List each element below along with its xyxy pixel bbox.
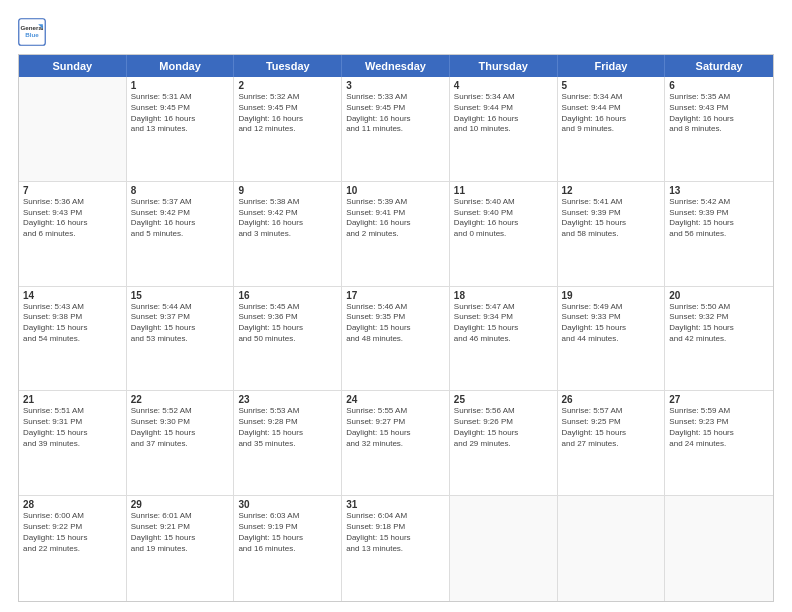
day-info: Sunrise: 5:43 AM Sunset: 9:38 PM Dayligh… [23,302,122,345]
day-number: 25 [454,394,553,405]
calendar-grid: SundayMondayTuesdayWednesdayThursdayFrid… [18,54,774,602]
svg-text:Blue: Blue [25,31,39,38]
calendar-cell: 24Sunrise: 5:55 AM Sunset: 9:27 PM Dayli… [342,391,450,495]
calendar-cell: 14Sunrise: 5:43 AM Sunset: 9:38 PM Dayli… [19,287,127,391]
day-info: Sunrise: 5:45 AM Sunset: 9:36 PM Dayligh… [238,302,337,345]
day-number: 28 [23,499,122,510]
day-number: 24 [346,394,445,405]
day-number: 20 [669,290,769,301]
calendar-cell: 7Sunrise: 5:36 AM Sunset: 9:43 PM Daylig… [19,182,127,286]
calendar-cell: 16Sunrise: 5:45 AM Sunset: 9:36 PM Dayli… [234,287,342,391]
day-number: 6 [669,80,769,91]
day-number: 21 [23,394,122,405]
calendar-cell: 31Sunrise: 6:04 AM Sunset: 9:18 PM Dayli… [342,496,450,601]
day-info: Sunrise: 6:03 AM Sunset: 9:19 PM Dayligh… [238,511,337,554]
page-header: General Blue [18,18,774,46]
header-day-saturday: Saturday [665,55,773,77]
day-info: Sunrise: 5:57 AM Sunset: 9:25 PM Dayligh… [562,406,661,449]
day-info: Sunrise: 5:50 AM Sunset: 9:32 PM Dayligh… [669,302,769,345]
day-number: 9 [238,185,337,196]
day-number: 23 [238,394,337,405]
calendar-cell: 19Sunrise: 5:49 AM Sunset: 9:33 PM Dayli… [558,287,666,391]
day-number: 13 [669,185,769,196]
day-info: Sunrise: 5:35 AM Sunset: 9:43 PM Dayligh… [669,92,769,135]
logo: General Blue [18,18,46,46]
day-info: Sunrise: 6:04 AM Sunset: 9:18 PM Dayligh… [346,511,445,554]
day-info: Sunrise: 5:49 AM Sunset: 9:33 PM Dayligh… [562,302,661,345]
calendar-cell: 21Sunrise: 5:51 AM Sunset: 9:31 PM Dayli… [19,391,127,495]
day-info: Sunrise: 5:32 AM Sunset: 9:45 PM Dayligh… [238,92,337,135]
calendar-cell: 17Sunrise: 5:46 AM Sunset: 9:35 PM Dayli… [342,287,450,391]
day-number: 7 [23,185,122,196]
calendar-cell [665,496,773,601]
logo-icon: General Blue [18,18,46,46]
calendar-cell: 11Sunrise: 5:40 AM Sunset: 9:40 PM Dayli… [450,182,558,286]
day-info: Sunrise: 5:37 AM Sunset: 9:42 PM Dayligh… [131,197,230,240]
day-number: 18 [454,290,553,301]
day-info: Sunrise: 5:34 AM Sunset: 9:44 PM Dayligh… [562,92,661,135]
day-info: Sunrise: 5:31 AM Sunset: 9:45 PM Dayligh… [131,92,230,135]
day-number: 11 [454,185,553,196]
calendar-cell: 1Sunrise: 5:31 AM Sunset: 9:45 PM Daylig… [127,77,235,181]
day-number: 1 [131,80,230,91]
day-number: 19 [562,290,661,301]
calendar-cell [558,496,666,601]
day-number: 8 [131,185,230,196]
day-info: Sunrise: 5:38 AM Sunset: 9:42 PM Dayligh… [238,197,337,240]
calendar-page: General Blue SundayMondayTuesdayWednesda… [0,0,792,612]
calendar-cell: 25Sunrise: 5:56 AM Sunset: 9:26 PM Dayli… [450,391,558,495]
day-info: Sunrise: 5:47 AM Sunset: 9:34 PM Dayligh… [454,302,553,345]
day-info: Sunrise: 5:42 AM Sunset: 9:39 PM Dayligh… [669,197,769,240]
calendar-body: 1Sunrise: 5:31 AM Sunset: 9:45 PM Daylig… [19,77,773,601]
calendar-cell: 10Sunrise: 5:39 AM Sunset: 9:41 PM Dayli… [342,182,450,286]
header-day-monday: Monday [127,55,235,77]
calendar-week-1: 1Sunrise: 5:31 AM Sunset: 9:45 PM Daylig… [19,77,773,182]
calendar-cell: 20Sunrise: 5:50 AM Sunset: 9:32 PM Dayli… [665,287,773,391]
day-info: Sunrise: 6:01 AM Sunset: 9:21 PM Dayligh… [131,511,230,554]
calendar-cell: 6Sunrise: 5:35 AM Sunset: 9:43 PM Daylig… [665,77,773,181]
calendar-cell: 9Sunrise: 5:38 AM Sunset: 9:42 PM Daylig… [234,182,342,286]
calendar-cell: 22Sunrise: 5:52 AM Sunset: 9:30 PM Dayli… [127,391,235,495]
day-number: 22 [131,394,230,405]
day-number: 16 [238,290,337,301]
header-day-thursday: Thursday [450,55,558,77]
calendar-header: SundayMondayTuesdayWednesdayThursdayFrid… [19,55,773,77]
day-number: 29 [131,499,230,510]
day-number: 30 [238,499,337,510]
day-info: Sunrise: 5:33 AM Sunset: 9:45 PM Dayligh… [346,92,445,135]
day-info: Sunrise: 5:51 AM Sunset: 9:31 PM Dayligh… [23,406,122,449]
day-number: 15 [131,290,230,301]
header-day-wednesday: Wednesday [342,55,450,77]
calendar-cell: 15Sunrise: 5:44 AM Sunset: 9:37 PM Dayli… [127,287,235,391]
day-info: Sunrise: 5:41 AM Sunset: 9:39 PM Dayligh… [562,197,661,240]
day-info: Sunrise: 5:52 AM Sunset: 9:30 PM Dayligh… [131,406,230,449]
day-number: 3 [346,80,445,91]
calendar-week-4: 21Sunrise: 5:51 AM Sunset: 9:31 PM Dayli… [19,391,773,496]
day-info: Sunrise: 6:00 AM Sunset: 9:22 PM Dayligh… [23,511,122,554]
day-number: 14 [23,290,122,301]
day-number: 26 [562,394,661,405]
header-day-friday: Friday [558,55,666,77]
day-number: 2 [238,80,337,91]
calendar-cell: 30Sunrise: 6:03 AM Sunset: 9:19 PM Dayli… [234,496,342,601]
day-info: Sunrise: 5:39 AM Sunset: 9:41 PM Dayligh… [346,197,445,240]
calendar-cell [450,496,558,601]
calendar-cell: 29Sunrise: 6:01 AM Sunset: 9:21 PM Dayli… [127,496,235,601]
day-number: 17 [346,290,445,301]
day-info: Sunrise: 5:46 AM Sunset: 9:35 PM Dayligh… [346,302,445,345]
day-info: Sunrise: 5:53 AM Sunset: 9:28 PM Dayligh… [238,406,337,449]
day-info: Sunrise: 5:40 AM Sunset: 9:40 PM Dayligh… [454,197,553,240]
calendar-cell: 28Sunrise: 6:00 AM Sunset: 9:22 PM Dayli… [19,496,127,601]
calendar-cell: 12Sunrise: 5:41 AM Sunset: 9:39 PM Dayli… [558,182,666,286]
calendar-cell: 26Sunrise: 5:57 AM Sunset: 9:25 PM Dayli… [558,391,666,495]
calendar-week-5: 28Sunrise: 6:00 AM Sunset: 9:22 PM Dayli… [19,496,773,601]
day-number: 5 [562,80,661,91]
calendar-week-3: 14Sunrise: 5:43 AM Sunset: 9:38 PM Dayli… [19,287,773,392]
calendar-cell: 3Sunrise: 5:33 AM Sunset: 9:45 PM Daylig… [342,77,450,181]
day-info: Sunrise: 5:59 AM Sunset: 9:23 PM Dayligh… [669,406,769,449]
day-number: 10 [346,185,445,196]
day-number: 12 [562,185,661,196]
header-day-sunday: Sunday [19,55,127,77]
calendar-cell [19,77,127,181]
calendar-cell: 23Sunrise: 5:53 AM Sunset: 9:28 PM Dayli… [234,391,342,495]
